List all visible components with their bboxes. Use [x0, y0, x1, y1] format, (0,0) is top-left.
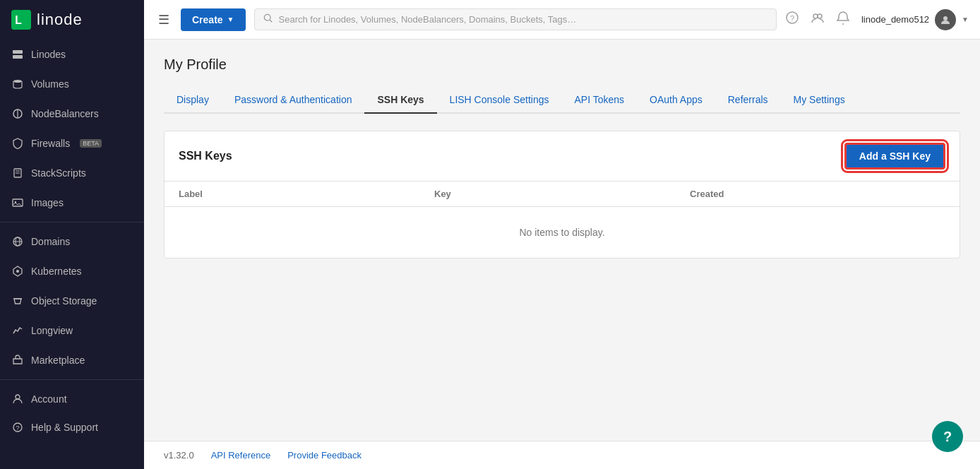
tab-password[interactable]: Password & Authentication: [222, 87, 365, 114]
scroll-icon: [11, 167, 24, 179]
version-text: v1.32.0: [164, 450, 194, 461]
feedback-link[interactable]: Provide Feedback: [287, 450, 361, 461]
svg-point-28: [943, 16, 948, 20]
balance-icon: [11, 107, 24, 120]
firewalls-beta-badge: BETA: [80, 139, 102, 148]
community-icon[interactable]: [811, 11, 825, 28]
main-content: ☰ Create ▼ Search for Linodes, Volumes, …: [144, 0, 980, 469]
bucket-icon: [11, 295, 24, 307]
search-placeholder: Search for Linodes, Volumes, NodeBalance…: [279, 14, 577, 25]
shield-icon: [11, 137, 24, 150]
help-fab-icon: ?: [943, 429, 952, 445]
linode-logo-icon: L: [11, 10, 31, 30]
column-created: Created: [690, 189, 945, 199]
sidebar-item-volumes[interactable]: Volumes: [0, 69, 144, 99]
tab-my-settings[interactable]: My Settings: [781, 87, 858, 114]
notification-icon[interactable]: [836, 11, 850, 28]
sidebar-divider-1: [0, 222, 144, 222]
sidebar-item-kubernetes[interactable]: Kubernetes: [0, 256, 144, 286]
svg-point-18: [16, 395, 20, 399]
svg-point-16: [16, 270, 19, 273]
sidebar-item-marketplace[interactable]: Marketplace: [0, 345, 144, 375]
ssh-keys-card: SSH Keys Add a SSH Key Label Key Created…: [164, 131, 960, 259]
globe-icon: [11, 235, 24, 248]
sidebar-nav: Linodes Volumes NodeBalancers Firewalls …: [0, 40, 144, 469]
svg-point-21: [264, 14, 270, 20]
server-icon: [11, 48, 24, 61]
page-footer: v1.32.0 API Reference Provide Feedback: [144, 441, 980, 469]
sidebar-item-object-storage[interactable]: Object Storage: [0, 286, 144, 316]
username: linode_demo512: [861, 14, 929, 25]
sidebar-item-domains[interactable]: Domains: [0, 227, 144, 256]
help-icon[interactable]: ?: [785, 11, 799, 28]
sidebar-logo[interactable]: L linode: [0, 0, 144, 40]
column-key: Key: [434, 189, 690, 199]
account-icon: [11, 393, 24, 405]
sidebar-item-nodebalancers[interactable]: NodeBalancers: [0, 99, 144, 129]
sidebar: L linode Linodes Volumes NodeBalancers: [0, 0, 144, 469]
image-icon: [11, 196, 24, 209]
top-header: ☰ Create ▼ Search for Linodes, Volumes, …: [144, 0, 980, 40]
store-icon: [11, 354, 24, 367]
tab-ssh-keys[interactable]: SSH Keys: [364, 87, 436, 114]
sidebar-item-firewalls[interactable]: Firewalls BETA: [0, 129, 144, 158]
help-circle-icon: ?: [11, 421, 24, 434]
profile-tabs: Display Password & Authentication SSH Ke…: [164, 87, 960, 114]
svg-rect-3: [13, 55, 23, 59]
k8s-icon: [11, 265, 24, 278]
svg-line-22: [270, 20, 272, 22]
svg-text:L: L: [15, 14, 22, 26]
sidebar-item-images[interactable]: Images: [0, 188, 144, 218]
create-button[interactable]: Create ▼: [181, 8, 246, 31]
tab-oauth-apps[interactable]: OAuth Apps: [637, 87, 715, 114]
svg-point-4: [13, 80, 22, 83]
sidebar-item-account[interactable]: Account: [0, 384, 144, 412]
chart-icon: [11, 324, 24, 337]
hamburger-button[interactable]: ☰: [155, 9, 172, 30]
page-content: My Profile Display Password & Authentica…: [144, 40, 980, 441]
add-ssh-key-button[interactable]: Add a SSH Key: [844, 143, 945, 170]
search-icon: [263, 13, 273, 25]
page-title: My Profile: [164, 57, 960, 73]
search-bar[interactable]: Search for Linodes, Volumes, NodeBalance…: [254, 8, 777, 30]
ssh-keys-title: SSH Keys: [179, 150, 232, 162]
sidebar-item-help-support[interactable]: ? Help & Support: [0, 412, 144, 442]
sidebar-divider-2: [0, 379, 144, 380]
user-chevron-icon: ▼: [962, 16, 969, 23]
tab-referrals[interactable]: Referrals: [715, 87, 781, 114]
tab-display[interactable]: Display: [164, 87, 222, 114]
ssh-keys-empty: No items to display.: [165, 207, 960, 258]
svg-point-25: [813, 14, 818, 18]
svg-text:?: ?: [16, 425, 20, 432]
sidebar-item-linodes[interactable]: Linodes: [0, 40, 144, 69]
sidebar-item-longview[interactable]: Longview: [0, 316, 144, 345]
header-actions: ? linode_demo512 ▼: [785, 9, 969, 30]
database-icon: [11, 78, 24, 90]
avatar: [935, 9, 956, 30]
tab-api-tokens[interactable]: API Tokens: [561, 87, 637, 114]
sidebar-item-stackscripts[interactable]: StackScripts: [0, 158, 144, 188]
svg-text:?: ?: [790, 14, 794, 23]
column-label: Label: [179, 189, 434, 199]
sidebar-logo-text: linode: [37, 11, 83, 29]
help-fab[interactable]: ?: [932, 421, 963, 452]
api-reference-link[interactable]: API Reference: [211, 450, 271, 461]
ssh-keys-table-header: Label Key Created: [165, 182, 960, 207]
svg-rect-2: [13, 50, 23, 54]
user-menu[interactable]: linode_demo512 ▼: [861, 9, 969, 30]
ssh-keys-header: SSH Keys Add a SSH Key: [165, 131, 960, 182]
svg-point-26: [818, 14, 822, 18]
create-chevron-icon: ▼: [227, 16, 234, 23]
tab-lish[interactable]: LISH Console Settings: [437, 87, 562, 114]
